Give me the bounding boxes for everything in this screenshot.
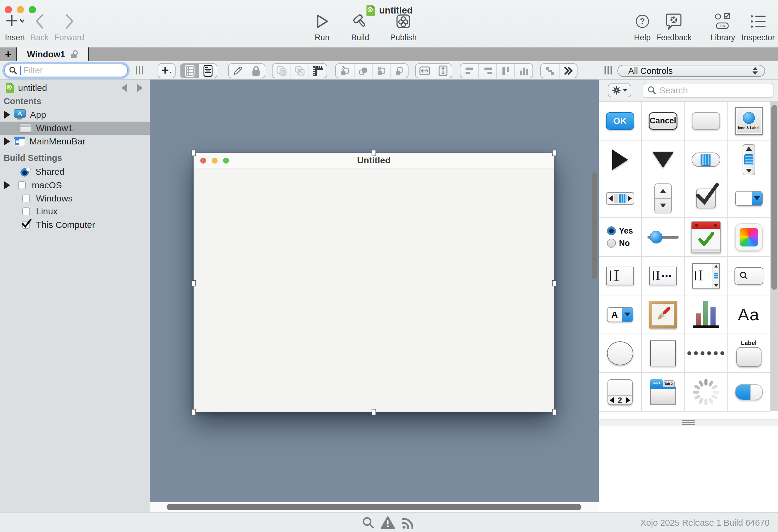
library-item-progress-wheel[interactable]: [685, 373, 727, 411]
help-button[interactable]: ? Help: [634, 11, 651, 42]
library-settings-button[interactable]: [608, 83, 631, 97]
history-back-icon[interactable]: [121, 84, 127, 92]
design-window[interactable]: Untitled: [193, 153, 554, 412]
canvas-vertical-scrollbar[interactable]: [592, 172, 597, 279]
back-button[interactable]: Back: [30, 11, 49, 42]
library-item-chart[interactable]: [685, 295, 727, 334]
sidebar-item-macos[interactable]: macOS: [0, 179, 150, 192]
sidebar-item-shared[interactable]: Shared: [0, 165, 150, 178]
lock-button[interactable]: [247, 64, 265, 78]
publish-button[interactable]: Publish: [390, 11, 417, 42]
measure-ruler-button[interactable]: [309, 64, 327, 78]
library-item-group-box[interactable]: Label: [727, 334, 771, 373]
bring-to-front-button[interactable]: [336, 64, 354, 78]
library-search-input[interactable]: [659, 85, 759, 95]
library-item-disclosure-triangle[interactable]: [599, 141, 642, 179]
library-item-search-field[interactable]: [727, 257, 771, 295]
duplicate-button[interactable]: [273, 64, 291, 78]
library-item-tab-panel[interactable]: Tab 1Tab 2: [642, 373, 685, 411]
library-button[interactable]: OK Library: [710, 11, 735, 42]
library-scrollbar-thumb[interactable]: [771, 105, 777, 290]
library-item-text-field[interactable]: I: [599, 257, 642, 295]
sidebar-item-app[interactable]: App: [0, 108, 150, 121]
layout-editor-canvas[interactable]: Untitled: [150, 80, 599, 512]
library-item-combobox[interactable]: [727, 179, 771, 218]
resize-handle-sw[interactable]: [191, 409, 196, 415]
send-to-back-button[interactable]: [390, 64, 408, 78]
library-search-field[interactable]: [643, 83, 774, 98]
library-item-text-area[interactable]: I: [685, 257, 727, 295]
library-item-canvas[interactable]: [642, 295, 685, 334]
sidebar-resize-handle[interactable]: [136, 66, 143, 74]
sidebar-item-windows[interactable]: Windows: [0, 192, 150, 205]
library-resize-handle[interactable]: [605, 66, 612, 74]
library-item-vertical-scrollbar[interactable]: [727, 141, 771, 179]
sidebar-item-mainmenubar[interactable]: MainMenuBar: [0, 135, 150, 148]
library-item-rectangle[interactable]: [642, 334, 685, 373]
run-button[interactable]: Run: [315, 11, 329, 42]
library-category-popup[interactable]: All Controls: [617, 65, 765, 77]
fit-height-button[interactable]: [434, 64, 452, 78]
inspector-button[interactable]: Inspector: [742, 11, 775, 42]
library-item-push-button[interactable]: [685, 102, 727, 141]
insert-button[interactable]: Insert: [5, 11, 25, 42]
library-item-datetime-picker[interactable]: [685, 218, 727, 257]
layout-view-button[interactable]: [181, 64, 199, 78]
library-item-oval[interactable]: [599, 334, 642, 373]
convert-button[interactable]: [291, 64, 309, 78]
library-item-color-picker[interactable]: [727, 218, 771, 257]
edit-pencil-button[interactable]: [229, 64, 247, 78]
add-item-menu-button[interactable]: [158, 63, 176, 78]
library-pane-splitter[interactable]: [599, 419, 778, 426]
code-view-button[interactable]: [199, 64, 217, 78]
library-item-cancel-button[interactable]: Cancel: [642, 102, 685, 141]
history-forward-icon[interactable]: [137, 84, 143, 92]
navigator-filter-field[interactable]: [4, 64, 128, 77]
windows-checkbox[interactable]: [22, 195, 30, 202]
disclosure-triangle-icon[interactable]: [4, 111, 10, 119]
align-bottom-button[interactable]: [515, 64, 533, 78]
align-right-button[interactable]: [478, 64, 496, 78]
library-item-bevel-button[interactable]: Icon & Label: [727, 102, 771, 141]
library-item-updown-arrows[interactable]: [642, 179, 685, 218]
disclosure-triangle-icon[interactable]: [4, 181, 10, 189]
library-item-horizontal-scrollbar[interactable]: [685, 141, 727, 179]
library-item-horizontal-scroller[interactable]: [599, 179, 642, 218]
bring-forward-button[interactable]: [354, 64, 372, 78]
linux-checkbox[interactable]: [22, 208, 30, 215]
send-backward-button[interactable]: [372, 64, 390, 78]
library-item-popup-menu[interactable]: A: [599, 295, 642, 334]
resize-handle-s[interactable]: [372, 409, 376, 415]
library-item-password-field[interactable]: I•••: [642, 257, 685, 295]
find-button[interactable]: [362, 516, 375, 531]
new-tab-button[interactable]: +: [0, 48, 17, 61]
library-item-default-button[interactable]: OK: [599, 102, 642, 141]
library-item-checkbox[interactable]: [685, 179, 727, 218]
fit-width-button[interactable]: [416, 64, 434, 78]
sidebar-item-this-computer[interactable]: This Computer: [0, 218, 150, 231]
this-computer-checkbox[interactable]: [22, 221, 30, 229]
resize-handle-w[interactable]: [191, 280, 196, 286]
library-item-radio-group[interactable]: Yes No: [599, 218, 642, 257]
warnings-button[interactable]: [381, 516, 395, 531]
align-top-button[interactable]: [496, 64, 515, 78]
resize-handle-n[interactable]: [372, 150, 376, 156]
sidebar-item-window1[interactable]: Window1: [0, 122, 150, 135]
forward-button[interactable]: Forward: [54, 11, 84, 42]
library-item-slider[interactable]: [642, 218, 685, 257]
sidebar-item-linux[interactable]: Linux: [0, 205, 150, 218]
align-left-button[interactable]: [460, 64, 478, 78]
tab-window1[interactable]: Window1: [17, 48, 89, 61]
library-item-switch[interactable]: [727, 373, 771, 411]
disclosure-triangle-icon[interactable]: [4, 138, 10, 145]
canvas-hscroll-track[interactable]: [150, 502, 599, 512]
resize-handle-se[interactable]: [552, 409, 556, 415]
resize-handle-e[interactable]: [552, 280, 556, 286]
more-tools-chevrons-icon[interactable]: [559, 64, 577, 78]
filter-input[interactable]: [23, 65, 113, 75]
project-row[interactable]: untitled: [0, 81, 150, 94]
library-item-separator[interactable]: [685, 334, 727, 373]
canvas-horizontal-scrollbar[interactable]: [167, 504, 581, 510]
macos-checkbox[interactable]: [18, 181, 26, 189]
resize-handle-ne[interactable]: [552, 150, 556, 156]
